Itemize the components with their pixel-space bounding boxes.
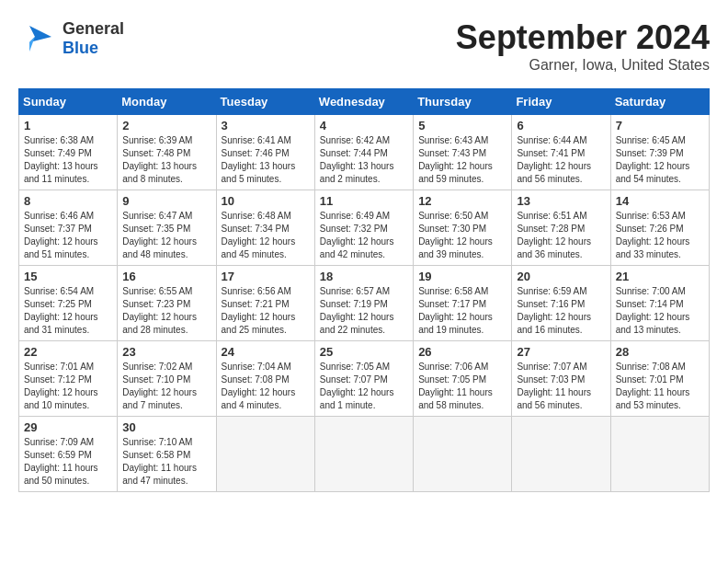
calendar-day-cell: 17Sunrise: 6:56 AM Sunset: 7:21 PM Dayli… [216, 266, 314, 341]
day-info: Sunrise: 6:56 AM Sunset: 7:21 PM Dayligh… [222, 285, 310, 337]
day-info: Sunrise: 6:42 AM Sunset: 7:44 PM Dayligh… [320, 134, 408, 186]
calendar-day-cell [216, 417, 314, 492]
day-info: Sunrise: 6:59 AM Sunset: 7:16 PM Dayligh… [517, 285, 605, 337]
day-number: 1 [24, 119, 112, 132]
title-area: September 2024 Garner, Iowa, United Stat… [456, 18, 710, 74]
calendar-day-cell: 25Sunrise: 7:05 AM Sunset: 7:07 PM Dayli… [314, 341, 413, 417]
weekday-header-friday: Friday [512, 89, 610, 115]
day-number: 3 [222, 119, 310, 132]
day-number: 24 [222, 345, 310, 359]
day-info: Sunrise: 6:58 AM Sunset: 7:17 PM Dayligh… [418, 285, 506, 337]
calendar-day-cell: 27Sunrise: 7:07 AM Sunset: 7:03 PM Dayli… [512, 341, 610, 417]
day-number: 12 [418, 194, 506, 208]
day-number: 15 [24, 270, 112, 283]
day-info: Sunrise: 6:49 AM Sunset: 7:32 PM Dayligh… [320, 210, 408, 261]
day-info: Sunrise: 6:44 AM Sunset: 7:41 PM Dayligh… [517, 134, 605, 186]
calendar-day-cell: 21Sunrise: 7:00 AM Sunset: 7:14 PM Dayli… [610, 266, 709, 341]
day-info: Sunrise: 6:45 AM Sunset: 7:39 PM Dayligh… [616, 134, 704, 186]
day-info: Sunrise: 6:50 AM Sunset: 7:30 PM Dayligh… [418, 210, 506, 261]
day-number: 28 [616, 345, 704, 359]
location: Garner, Iowa, United States [456, 57, 710, 74]
calendar-day-cell: 3Sunrise: 6:41 AM Sunset: 7:46 PM Daylig… [216, 115, 314, 190]
calendar-day-cell: 16Sunrise: 6:55 AM Sunset: 7:23 PM Dayli… [118, 266, 216, 341]
day-info: Sunrise: 7:00 AM Sunset: 7:14 PM Dayligh… [616, 285, 704, 337]
calendar-day-cell: 9Sunrise: 6:47 AM Sunset: 7:35 PM Daylig… [118, 190, 216, 266]
calendar-week-row: 1Sunrise: 6:38 AM Sunset: 7:49 PM Daylig… [19, 115, 710, 190]
day-number: 10 [222, 194, 310, 208]
calendar-day-cell: 10Sunrise: 6:48 AM Sunset: 7:34 PM Dayli… [216, 190, 314, 266]
day-number: 14 [616, 194, 704, 208]
day-number: 19 [418, 270, 506, 283]
calendar-day-cell: 5Sunrise: 6:43 AM Sunset: 7:43 PM Daylig… [414, 115, 512, 190]
calendar-day-cell: 12Sunrise: 6:50 AM Sunset: 7:30 PM Dayli… [414, 190, 512, 266]
day-info: Sunrise: 6:57 AM Sunset: 7:19 PM Dayligh… [320, 285, 408, 337]
calendar-day-cell: 30Sunrise: 7:10 AM Sunset: 6:58 PM Dayli… [118, 417, 216, 492]
day-number: 2 [122, 119, 210, 132]
calendar-day-cell: 11Sunrise: 6:49 AM Sunset: 7:32 PM Dayli… [314, 190, 413, 266]
day-number: 6 [517, 119, 605, 132]
day-number: 5 [418, 119, 506, 132]
day-info: Sunrise: 6:47 AM Sunset: 7:35 PM Dayligh… [122, 210, 210, 261]
calendar-day-cell: 24Sunrise: 7:04 AM Sunset: 7:08 PM Dayli… [216, 341, 314, 417]
day-info: Sunrise: 6:39 AM Sunset: 7:48 PM Dayligh… [122, 134, 210, 186]
calendar-day-cell [610, 417, 709, 492]
calendar-day-cell [314, 417, 413, 492]
day-info: Sunrise: 7:04 AM Sunset: 7:08 PM Dayligh… [222, 361, 310, 412]
logo-icon [18, 18, 59, 59]
day-info: Sunrise: 7:08 AM Sunset: 7:01 PM Dayligh… [616, 361, 704, 412]
day-info: Sunrise: 7:02 AM Sunset: 7:10 PM Dayligh… [122, 361, 210, 412]
calendar-day-cell: 23Sunrise: 7:02 AM Sunset: 7:10 PM Dayli… [118, 341, 216, 417]
svg-marker-1 [29, 37, 35, 52]
calendar-day-cell: 8Sunrise: 6:46 AM Sunset: 7:37 PM Daylig… [19, 190, 118, 266]
day-info: Sunrise: 6:48 AM Sunset: 7:34 PM Dayligh… [222, 210, 310, 261]
calendar-day-cell: 28Sunrise: 7:08 AM Sunset: 7:01 PM Dayli… [610, 341, 709, 417]
day-number: 17 [222, 270, 310, 283]
day-info: Sunrise: 6:46 AM Sunset: 7:37 PM Dayligh… [24, 210, 112, 261]
calendar-day-cell: 29Sunrise: 7:09 AM Sunset: 6:59 PM Dayli… [19, 417, 118, 492]
calendar-day-cell: 13Sunrise: 6:51 AM Sunset: 7:28 PM Dayli… [512, 190, 610, 266]
day-number: 23 [122, 345, 210, 359]
calendar-day-cell: 6Sunrise: 6:44 AM Sunset: 7:41 PM Daylig… [512, 115, 610, 190]
day-info: Sunrise: 7:01 AM Sunset: 7:12 PM Dayligh… [24, 361, 112, 412]
day-number: 16 [122, 270, 210, 283]
day-number: 4 [320, 119, 408, 132]
calendar-day-cell: 7Sunrise: 6:45 AM Sunset: 7:39 PM Daylig… [610, 115, 709, 190]
calendar-day-cell: 18Sunrise: 6:57 AM Sunset: 7:19 PM Dayli… [314, 266, 413, 341]
calendar-day-cell [512, 417, 610, 492]
calendar-day-cell [414, 417, 512, 492]
weekday-header-wednesday: Wednesday [314, 89, 413, 115]
weekday-header-sunday: Sunday [19, 89, 118, 115]
day-number: 26 [418, 345, 506, 359]
logo-text: General Blue [63, 19, 124, 58]
calendar-day-cell: 19Sunrise: 6:58 AM Sunset: 7:17 PM Dayli… [414, 266, 512, 341]
day-number: 29 [24, 420, 112, 434]
weekday-header-thursday: Thursday [414, 89, 512, 115]
logo: General Blue [18, 18, 124, 59]
calendar-header-row: SundayMondayTuesdayWednesdayThursdayFrid… [19, 89, 710, 115]
weekday-header-tuesday: Tuesday [216, 89, 314, 115]
day-number: 18 [320, 270, 408, 283]
calendar-table: SundayMondayTuesdayWednesdayThursdayFrid… [18, 88, 710, 492]
calendar-day-cell: 22Sunrise: 7:01 AM Sunset: 7:12 PM Dayli… [19, 341, 118, 417]
day-info: Sunrise: 6:53 AM Sunset: 7:26 PM Dayligh… [616, 210, 704, 261]
day-number: 21 [616, 270, 704, 283]
day-info: Sunrise: 7:07 AM Sunset: 7:03 PM Dayligh… [517, 361, 605, 412]
day-number: 8 [24, 194, 112, 208]
calendar-day-cell: 26Sunrise: 7:06 AM Sunset: 7:05 PM Dayli… [414, 341, 512, 417]
calendar-week-row: 22Sunrise: 7:01 AM Sunset: 7:12 PM Dayli… [19, 341, 710, 417]
calendar-day-cell: 4Sunrise: 6:42 AM Sunset: 7:44 PM Daylig… [314, 115, 413, 190]
page-header: General Blue September 2024 Garner, Iowa… [18, 18, 710, 74]
calendar-day-cell: 15Sunrise: 6:54 AM Sunset: 7:25 PM Dayli… [19, 266, 118, 341]
day-info: Sunrise: 6:43 AM Sunset: 7:43 PM Dayligh… [418, 134, 506, 186]
calendar-week-row: 15Sunrise: 6:54 AM Sunset: 7:25 PM Dayli… [19, 266, 710, 341]
day-number: 11 [320, 194, 408, 208]
day-info: Sunrise: 7:09 AM Sunset: 6:59 PM Dayligh… [24, 436, 112, 488]
day-info: Sunrise: 7:10 AM Sunset: 6:58 PM Dayligh… [122, 436, 210, 488]
day-info: Sunrise: 6:41 AM Sunset: 7:46 PM Dayligh… [222, 134, 310, 186]
calendar-day-cell: 1Sunrise: 6:38 AM Sunset: 7:49 PM Daylig… [19, 115, 118, 190]
day-number: 13 [517, 194, 605, 208]
day-info: Sunrise: 7:06 AM Sunset: 7:05 PM Dayligh… [418, 361, 506, 412]
month-title: September 2024 [456, 18, 710, 57]
calendar-week-row: 8Sunrise: 6:46 AM Sunset: 7:37 PM Daylig… [19, 190, 710, 266]
day-info: Sunrise: 7:05 AM Sunset: 7:07 PM Dayligh… [320, 361, 408, 412]
